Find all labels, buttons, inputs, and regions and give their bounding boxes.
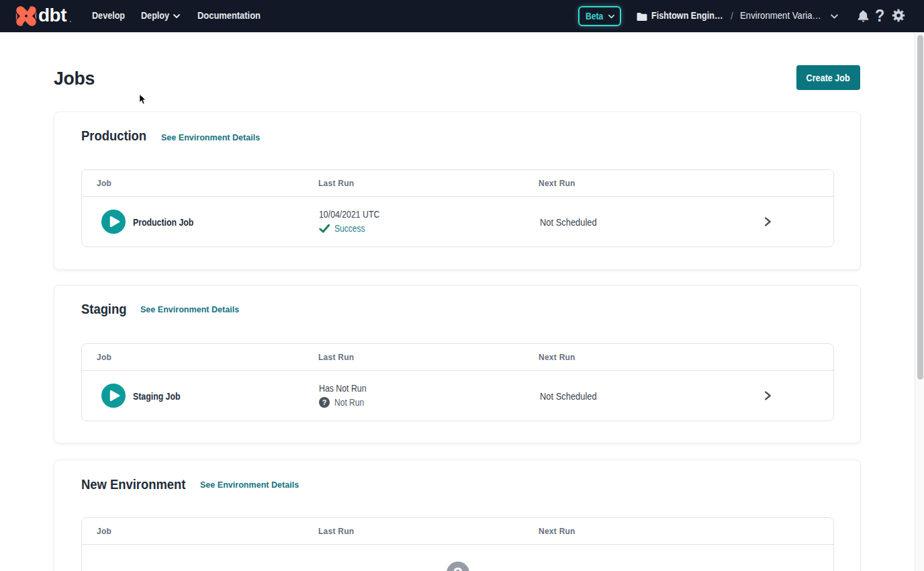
svg-text:?: ? bbox=[453, 565, 463, 571]
svg-text:?: ? bbox=[322, 398, 326, 406]
